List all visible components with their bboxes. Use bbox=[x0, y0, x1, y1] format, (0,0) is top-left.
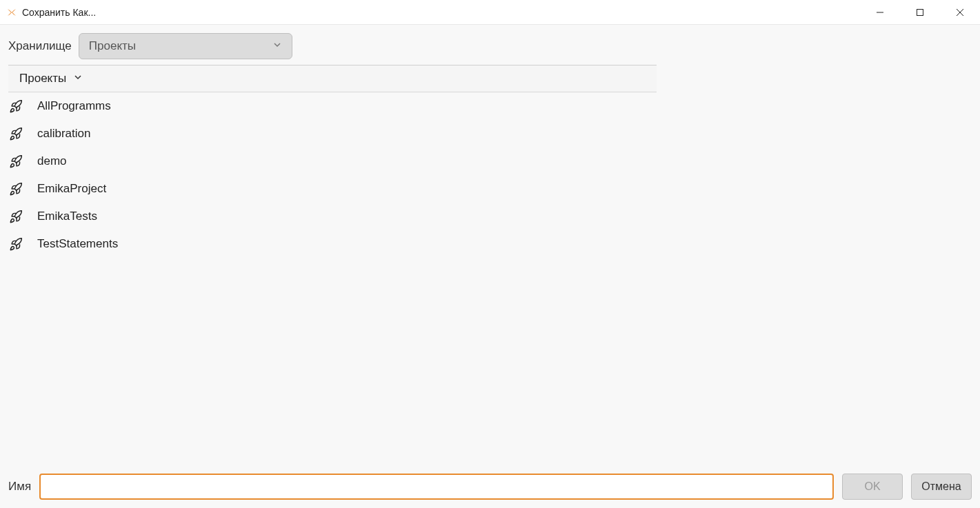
maximize-icon bbox=[916, 8, 924, 17]
list-item-label: EmikaTests bbox=[37, 210, 97, 223]
list-item[interactable]: EmikaTests bbox=[8, 203, 657, 230]
window-controls bbox=[860, 0, 980, 24]
storage-dropdown-value: Проекты bbox=[89, 39, 136, 53]
cancel-button[interactable]: Отмена bbox=[911, 474, 972, 500]
list-item[interactable]: AllProgramms bbox=[8, 92, 657, 120]
app-icon bbox=[6, 6, 18, 19]
list-item-label: demo bbox=[37, 154, 67, 168]
list-item[interactable]: EmikaProject bbox=[8, 175, 657, 203]
main-area: Проекты AllProgramms calibration demo Em… bbox=[0, 65, 980, 465]
chevron-down-icon bbox=[73, 72, 83, 85]
rocket-icon bbox=[8, 208, 25, 225]
rocket-icon bbox=[8, 125, 25, 142]
rocket-icon bbox=[8, 153, 25, 170]
chevron-down-icon bbox=[272, 40, 282, 52]
rocket-icon bbox=[8, 236, 25, 252]
storage-dropdown[interactable]: Проекты bbox=[79, 33, 292, 59]
list-item-label: AllProgramms bbox=[37, 99, 111, 113]
rocket-icon bbox=[8, 98, 25, 114]
close-button[interactable] bbox=[940, 0, 980, 24]
titlebar: Сохранить Как... bbox=[0, 0, 980, 25]
titlebar-left: Сохранить Как... bbox=[6, 6, 96, 19]
project-list: AllProgramms calibration demo EmikaProje… bbox=[8, 92, 657, 465]
storage-row: Хранилище Проекты bbox=[0, 25, 980, 65]
list-item[interactable]: TestStatements bbox=[8, 230, 657, 258]
maximize-button[interactable] bbox=[900, 0, 940, 24]
list-panel: Проекты AllProgramms calibration demo Em… bbox=[8, 65, 657, 465]
rocket-icon bbox=[8, 181, 25, 197]
svg-rect-1 bbox=[917, 9, 923, 15]
breadcrumb-bar[interactable]: Проекты bbox=[8, 65, 657, 92]
bottom-row: Имя OK Отмена bbox=[0, 465, 980, 508]
minimize-icon bbox=[876, 8, 884, 17]
content: Хранилище Проекты Проекты bbox=[0, 25, 980, 508]
minimize-button[interactable] bbox=[860, 0, 900, 24]
name-input[interactable] bbox=[39, 474, 834, 500]
name-label: Имя bbox=[8, 480, 31, 494]
window-title: Сохранить Как... bbox=[22, 7, 96, 18]
breadcrumb-current: Проекты bbox=[19, 72, 66, 85]
storage-label: Хранилище bbox=[8, 39, 72, 53]
list-item-label: calibration bbox=[37, 127, 91, 141]
ok-button[interactable]: OK bbox=[842, 474, 903, 500]
list-item-label: TestStatements bbox=[37, 237, 118, 251]
list-item-label: EmikaProject bbox=[37, 182, 106, 196]
list-item[interactable]: calibration bbox=[8, 120, 657, 148]
list-item[interactable]: demo bbox=[8, 148, 657, 175]
close-icon bbox=[956, 8, 964, 17]
